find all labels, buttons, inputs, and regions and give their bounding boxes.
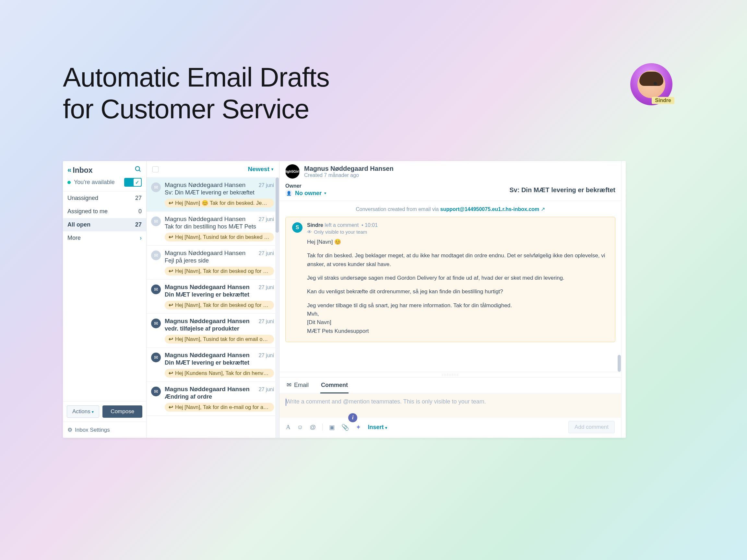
thread-date: 27 juni (259, 353, 274, 358)
author-avatar: Sindre (630, 63, 672, 105)
origin-email-link[interactable]: support@144950075.eu1.r.hs-inbox.com (440, 207, 540, 212)
thread-item[interactable]: ✉ Magnus Nøddegaard Hansen 27 juni vedr.… (147, 314, 279, 348)
availability-toggle[interactable]: ✓ (124, 178, 142, 187)
conversation-subject: Sv: Din MÆT levering er bekræftet (509, 186, 615, 194)
actions-button[interactable]: Actions ▾ (67, 405, 99, 418)
reply-icon: ↩ (169, 234, 173, 240)
thread-sender: Magnus Nøddegaard Hansen (165, 284, 250, 291)
thread-sender: Magnus Nøddegaard Hansen (165, 385, 250, 393)
comment-visibility: 👁 Only visible to your team (307, 229, 609, 235)
thread-date: 27 juni (259, 216, 274, 222)
thread-date: 27 juni (259, 386, 274, 393)
thread-draft-preview: ↩ Hej [Navn], Tusind tak for din email o… (165, 335, 274, 344)
chevron-right-icon: › (140, 235, 142, 241)
conversation-scrollbar[interactable] (617, 201, 621, 372)
collapse-sidebar-icon[interactable]: « (68, 166, 69, 175)
image-icon[interactable]: ▣ (329, 424, 335, 431)
comment-textarea[interactable]: Write a comment and @mention teammates. … (280, 394, 621, 418)
contact-avatar[interactable]: High5Girls (285, 164, 300, 179)
thread-date: 27 juni (259, 183, 274, 188)
reply-icon: ↩ (169, 200, 173, 206)
hero-title-line1: Automatic Email Drafts (63, 61, 329, 93)
thread-item[interactable]: ✉ Magnus Nøddegaard Hansen 27 juni Din M… (147, 280, 279, 314)
svg-point-0 (135, 166, 140, 171)
owner-dropdown[interactable]: 👤 No owner ▾ (285, 190, 326, 197)
insert-dropdown[interactable]: Insert ▾ (368, 424, 387, 431)
contact-name[interactable]: Magnus Nøddegaard Hansen (304, 165, 394, 172)
thread-draft-preview: ↩ Hej [Kundens Navn], Tak for din henven… (165, 369, 274, 377)
reply-icon: ↩ (169, 336, 173, 342)
thread-draft-preview: ↩ Hej [Navn], Tusind tak for din besked … (165, 233, 274, 241)
owner-label: Owner (285, 183, 326, 189)
text-format-icon[interactable]: A (286, 424, 290, 431)
author-avatar-label: Sindre (652, 97, 674, 104)
thread-subject: Sv: Din MÆT levering er bekræftet (165, 189, 274, 196)
thread-item[interactable]: ✉ Magnus Nøddegaard Hansen 27 juni Din M… (147, 348, 279, 382)
attachment-icon[interactable]: 📎 (341, 424, 349, 431)
thread-scrollbar[interactable] (275, 178, 279, 438)
comment-signoff: Mvh,[Dit Navn]MÆT Pets Kundesupport (307, 310, 609, 336)
mention-icon[interactable]: @ (310, 424, 316, 431)
email-channel-icon: ✉ (151, 216, 161, 226)
hero-title: Automatic Email Drafts for Customer Serv… (63, 61, 329, 125)
tab-comment[interactable]: Comment (320, 377, 349, 394)
compose-button[interactable]: Compose (102, 405, 142, 418)
sidebar-item-more[interactable]: More› (63, 231, 146, 245)
external-link-icon: ↗ (541, 207, 545, 212)
thread-sender: Magnus Nøddegaard Hansen (165, 352, 250, 359)
resize-handle[interactable]: :::::::::: (280, 372, 621, 377)
thread-item[interactable]: ✉ Magnus Nøddegaard Hansen 27 juni Fejl … (147, 246, 279, 280)
email-channel-icon: ✉ (151, 250, 161, 260)
comment-author-avatar[interactable]: S (292, 222, 303, 233)
thread-item[interactable]: ✉ Magnus Nøddegaard Hansen 27 juni Ændri… (147, 382, 279, 416)
ai-info-badge[interactable]: i (348, 413, 357, 422)
thread-date: 27 juni (259, 250, 274, 256)
sidebar-nav-list: Unassigned27Assigned to me0All open27Mor… (63, 191, 146, 245)
reply-icon: ↩ (169, 302, 173, 308)
sidebar: « Inbox You're available ✓ Unassigned27A… (63, 161, 147, 438)
reply-icon: ↩ (169, 370, 173, 376)
inbox-settings-link[interactable]: ⚙ Inbox Settings (63, 422, 146, 438)
thread-sender: Magnus Nøddegaard Hansen (165, 249, 246, 257)
comment-card: S Sindre left a comment • 10:01 👁 Only v… (285, 217, 615, 342)
sidebar-item-all-open[interactable]: All open27 (63, 218, 146, 231)
select-all-checkbox[interactable] (152, 166, 158, 172)
thread-draft-preview: ↩ Hej [Navn] 😊 Tak for din besked. Jeg b… (165, 199, 274, 207)
svg-line-1 (139, 170, 141, 172)
thread-item[interactable]: ✉ Magnus Nøddegaard Hansen 27 juni Tak f… (147, 212, 279, 246)
helpdesk-app: « Inbox You're available ✓ Unassigned27A… (63, 161, 626, 438)
comment-paragraph: Kan du venligst bekræfte dit ordrenummer… (307, 288, 609, 296)
contact-created: Created 7 månader ago (304, 172, 394, 178)
email-icon: ✉ (287, 381, 291, 389)
thread-item[interactable]: ✉ Magnus Nøddegaard Hansen 27 juni Sv: D… (147, 178, 279, 212)
conversation-origin: Conversation created from email via supp… (285, 201, 615, 217)
thread-subject: Din MÆT levering er bekræftet (165, 359, 274, 366)
search-icon[interactable] (134, 166, 142, 175)
thread-draft-preview: ↩ Hej [Navn], Tak for din besked og for … (165, 301, 274, 310)
tab-email[interactable]: ✉ Email (286, 377, 309, 394)
sort-dropdown[interactable]: Newest▾ (248, 166, 273, 173)
comment-paragraph: Tak for din besked. Jeg beklager meget, … (307, 251, 609, 269)
availability-label: You're available (74, 179, 115, 186)
thread-draft-preview: ↩ Hej [Navn], Tak for din besked og for … (165, 267, 274, 275)
person-icon: 👤 (285, 190, 292, 197)
sidebar-item-unassigned[interactable]: Unassigned27 (63, 191, 146, 205)
comment-paragraph: Jeg vil straks undersøge sagen med Gordo… (307, 274, 609, 282)
reply-icon: ↩ (169, 268, 173, 274)
sidebar-item-assigned-to-me[interactable]: Assigned to me0 (63, 205, 146, 218)
conversation-panel: High5Girls Magnus Nøddegaard Hansen Crea… (280, 161, 621, 438)
email-channel-icon: ✉ (151, 183, 161, 192)
thread-subject: vedr. tilføjelse af produkter (165, 325, 274, 332)
thread-sender: Magnus Nøddegaard Hansen (165, 318, 250, 325)
add-comment-button[interactable]: Add comment (568, 421, 615, 433)
availability-row: You're available ✓ (63, 178, 146, 191)
emoji-icon[interactable]: ☺ (297, 424, 303, 431)
comment-greeting: Hej [Navn] 😊 (307, 238, 609, 246)
details-sidebar-peek[interactable] (621, 161, 626, 438)
thread-date: 27 juni (259, 319, 274, 324)
thread-sender: Magnus Nøddegaard Hansen (165, 182, 246, 189)
gear-icon: ⚙ (68, 426, 72, 433)
thread-subject: Fejl på jeres side (165, 257, 274, 264)
eye-icon: 👁 (307, 229, 312, 235)
ai-assist-icon[interactable]: ✦ (356, 423, 361, 431)
